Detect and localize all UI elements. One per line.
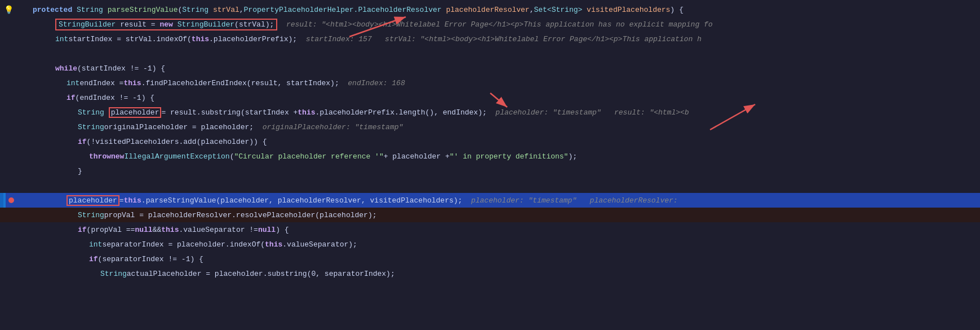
kw-this: this bbox=[192, 35, 209, 43]
kw-null2: null bbox=[258, 226, 276, 234]
method-name: parseStringValue bbox=[108, 6, 178, 14]
code-line: String propVal = placeholderResolver.res… bbox=[0, 208, 980, 222]
param-resolver: placeholderResolver bbox=[446, 6, 529, 14]
type-string: String bbox=[78, 123, 104, 131]
code-line: throw new IllegalArgumentException ( "Ci… bbox=[0, 149, 980, 164]
debug-result: result: "<html><body><h1>Whitelabel Erro… bbox=[277, 20, 712, 29]
punc: .parseStringValue(placeholder, placehold… bbox=[141, 196, 463, 205]
code-line-content: placeholder = this .parseStringValue(pla… bbox=[17, 193, 980, 208]
punc: .valueSeparator != bbox=[179, 226, 258, 234]
punc: originalPlaceholder = placeholder; bbox=[104, 123, 254, 131]
code-line-content: String propVal = placeholderResolver.res… bbox=[28, 208, 980, 222]
type-string: String bbox=[78, 108, 104, 117]
code-editor: 💡 protected String parseStringValue ( St… bbox=[0, 0, 980, 330]
punc: .findPlaceholderEndIndex(result, startIn… bbox=[141, 79, 339, 87]
punc: (propVal == bbox=[87, 226, 135, 234]
kw-if: if bbox=[66, 94, 76, 102]
punc: && bbox=[153, 226, 162, 234]
redbox-placeholder: placeholder bbox=[109, 107, 162, 118]
code-line-content: } bbox=[28, 164, 980, 178]
punc: propVal = placeholderResolver.resolvePla… bbox=[104, 211, 377, 219]
code-line-content: String actualPlaceholder = placeholder.s… bbox=[28, 266, 980, 281]
punc: = result.substring(startIndex + bbox=[161, 108, 298, 117]
redbox-placeholder-assign: placeholder bbox=[66, 195, 119, 206]
var-placeholder: placeholder bbox=[111, 108, 159, 117]
breakpoint-dot-container bbox=[6, 197, 17, 203]
punc bbox=[104, 108, 109, 117]
kw-this: this bbox=[161, 226, 179, 234]
var-placeholder: placeholder bbox=[69, 196, 117, 205]
kw-this: this bbox=[265, 240, 282, 249]
breakpoint-dot bbox=[8, 197, 14, 203]
punc: ) { bbox=[276, 226, 289, 234]
code-line: int startIndex = strVal.indexOf( this .p… bbox=[0, 32, 980, 46]
code-line-blank bbox=[0, 178, 980, 193]
str-circular: "Circular placeholder reference '" bbox=[234, 152, 383, 161]
code-line: if (separatorIndex != -1) { bbox=[0, 252, 980, 266]
code-line-content: if (endIndex != -1) { bbox=[28, 90, 980, 105]
kw-null: null bbox=[135, 226, 152, 234]
code-line-content: String placeholder = result.substring(st… bbox=[28, 105, 980, 120]
code-text bbox=[209, 6, 213, 14]
debug-placeholder2: placeholder: "timestamp" placeholderReso… bbox=[462, 196, 677, 205]
type-int: int bbox=[89, 240, 102, 249]
code-line: int separatorIndex = placeholder.indexOf… bbox=[0, 237, 980, 252]
type-stringbuilder2: StringBuilder bbox=[178, 20, 234, 29]
type-int: int bbox=[55, 35, 68, 43]
type-int: int bbox=[66, 79, 79, 87]
kw-this: this bbox=[298, 108, 315, 117]
kw-while: while bbox=[55, 64, 77, 73]
lightbulb-icon: 💡 bbox=[0, 5, 17, 15]
type-string: String bbox=[78, 211, 104, 219]
code-line-active: placeholder = this .parseStringValue(pla… bbox=[0, 193, 980, 208]
code-line-content: String originalPlaceholder = placeholder… bbox=[28, 120, 980, 134]
kw-this: this bbox=[124, 196, 141, 205]
punc: (strVal); bbox=[234, 20, 274, 29]
punc: ); bbox=[568, 152, 577, 161]
punc: + placeholder + bbox=[384, 152, 450, 161]
punc: (!visitedPlaceholders.add(placeholder)) … bbox=[87, 138, 267, 146]
kw-if: if bbox=[89, 255, 98, 263]
debug-endindex: endIndex: 168 bbox=[339, 79, 405, 87]
type-stringbuilder: StringBuilder bbox=[59, 20, 116, 29]
type-string: String bbox=[100, 270, 127, 278]
punc: , bbox=[240, 6, 244, 14]
code-line-content: if (separatorIndex != -1) { bbox=[28, 252, 980, 266]
kw-if: if bbox=[78, 138, 87, 146]
punc: .placeholderPrefix.length(), endIndex); bbox=[316, 108, 487, 117]
keyword-protected: protected bbox=[33, 6, 72, 14]
punc: ( bbox=[178, 6, 182, 14]
code-line: int endIndex = this .findPlaceholderEndI… bbox=[0, 76, 980, 90]
punc: , bbox=[530, 6, 534, 14]
kw-throw: throw bbox=[89, 152, 111, 161]
debug-placeholder: placeholder: "timestamp" result: "<html>… bbox=[487, 108, 689, 117]
punc bbox=[173, 20, 178, 29]
code-line-content: while (startIndex != -1) { bbox=[28, 61, 980, 76]
param-strval: strVal bbox=[213, 6, 240, 14]
type-resolver: PropertyPlaceholderHelper.PlaceholderRes… bbox=[244, 6, 442, 14]
code-text bbox=[582, 6, 587, 14]
punc: (endIndex != -1) { bbox=[76, 94, 154, 102]
code-line: String placeholder = result.substring(st… bbox=[0, 105, 980, 120]
code-line-blank bbox=[0, 46, 980, 61]
punc: .valueSeparator); bbox=[282, 240, 357, 249]
punc: (separatorIndex != -1) { bbox=[98, 255, 203, 263]
redbox-stringbuilder: StringBuilder result = new StringBuilder… bbox=[55, 19, 277, 30]
code-line: if (endIndex != -1) { bbox=[0, 90, 980, 105]
code-line-content: if (!visitedPlaceholders.add(placeholder… bbox=[28, 134, 980, 149]
type-string: String bbox=[77, 6, 103, 14]
code-line-content: StringBuilder result = new StringBuilder… bbox=[28, 17, 980, 32]
code-line-content: int startIndex = strVal.indexOf( this .p… bbox=[28, 32, 980, 46]
code-line-content: if (propVal == null && this .valueSepara… bbox=[28, 222, 980, 237]
punc: } bbox=[78, 167, 82, 175]
debug-original: originalPlaceholder: "timestamp" bbox=[254, 123, 403, 131]
punc: actualPlaceholder = placeholder.substrin… bbox=[127, 270, 395, 278]
type-string2: String bbox=[182, 6, 209, 14]
punc: result = bbox=[116, 20, 159, 29]
code-line: } bbox=[0, 164, 980, 178]
code-line: while (startIndex != -1) { bbox=[0, 61, 980, 76]
code-line: StringBuilder result = new StringBuilder… bbox=[0, 17, 980, 32]
kw-new: new bbox=[159, 20, 172, 29]
type-exception: IllegalArgumentException bbox=[124, 152, 229, 161]
code-line-content: int endIndex = this .findPlaceholderEndI… bbox=[28, 76, 980, 90]
